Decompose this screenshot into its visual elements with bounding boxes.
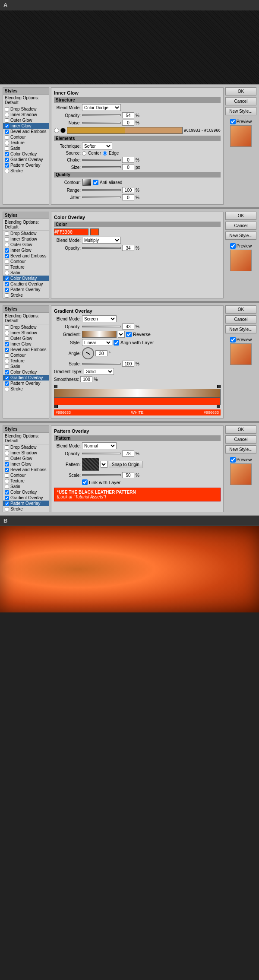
contour-checkbox-2[interactable] [5, 260, 9, 264]
blend-mode-select[interactable]: Color Dodge [82, 104, 121, 111]
s4-color-overlay[interactable]: Color Overlay [3, 489, 49, 495]
new-style-button-1[interactable]: New Style... [225, 107, 256, 115]
s4-inner-glow-cb[interactable] [5, 462, 9, 466]
ok-button-2[interactable]: OK [225, 212, 256, 220]
new-style-button-4[interactable]: New Style... [225, 445, 256, 454]
preview-checkbox-2[interactable] [230, 243, 236, 249]
s4-stroke-cb[interactable] [5, 507, 9, 511]
sidebar-item-gradient-overlay-2[interactable]: Gradient Overlay [3, 281, 49, 287]
satin-checkbox-1[interactable] [5, 146, 9, 151]
color-orange-swatch[interactable] [90, 228, 99, 235]
s4-texture-cb[interactable] [5, 479, 9, 483]
s4-bevel-cb[interactable] [5, 468, 9, 472]
texture-checkbox-2[interactable] [5, 265, 9, 270]
inner-shadow-checkbox-1[interactable] [5, 113, 9, 117]
co-blend-mode-select[interactable]: Multiply [82, 237, 121, 244]
s3-texture[interactable]: Texture [3, 358, 49, 364]
po-opacity-input[interactable] [122, 450, 134, 457]
drop-shadow-checkbox-1[interactable] [5, 107, 9, 111]
align-layer-checkbox[interactable] [114, 340, 119, 346]
sidebar-item-drop-shadow-2[interactable]: Drop Shadow [3, 231, 49, 236]
s4-pattern-cb[interactable] [5, 501, 9, 506]
s3-stroke-cb[interactable] [5, 387, 9, 391]
s4-contour-cb[interactable] [5, 473, 9, 478]
po-opacity-slider[interactable] [82, 453, 121, 454]
pattern-overlay-checkbox-1[interactable] [5, 163, 9, 168]
s3-contour[interactable]: Contour [3, 352, 49, 358]
anti-alias-checkbox[interactable] [93, 180, 98, 185]
sidebar-item-inner-shadow-2[interactable]: Inner Shadow [3, 236, 49, 242]
s4-satin[interactable]: Satin [3, 484, 49, 489]
s3-color-overlay[interactable]: Color Overlay [3, 369, 49, 375]
go-scale-input[interactable] [122, 361, 134, 367]
s4-inner-shadow[interactable]: Inner Shadow [3, 450, 49, 456]
technique-select[interactable]: Softer [82, 143, 112, 149]
gradient-dropdown[interactable] [118, 331, 125, 338]
noise-input[interactable] [122, 120, 134, 126]
choke-input[interactable] [122, 157, 134, 163]
s3-satin-cb[interactable] [5, 365, 9, 369]
angle-circle[interactable] [82, 347, 94, 359]
bevel-emboss-checkbox-2[interactable] [5, 254, 9, 258]
co-opacity-slider[interactable] [82, 247, 121, 249]
go-blend-select[interactable]: Screen [82, 315, 117, 322]
s3-contour-cb[interactable] [5, 353, 9, 358]
sidebar-item-drop-shadow-1[interactable]: Drop Shadow [3, 106, 49, 112]
sidebar-item-satin-1[interactable]: Satin [3, 146, 49, 151]
sidebar-item-bevel-emboss-1[interactable]: Bevel and Emboss [3, 129, 49, 134]
size-input[interactable] [122, 164, 134, 170]
s3-texture-cb[interactable] [5, 359, 9, 363]
range-input[interactable] [122, 187, 134, 193]
sidebar-item-outer-glow-2[interactable]: Outer Glow [3, 242, 49, 247]
sidebar-item-contour-1[interactable]: Contour [3, 134, 49, 140]
preview-checkbox-4[interactable] [230, 457, 236, 463]
contour-checkbox-1[interactable] [5, 135, 9, 140]
s4-gradient-overlay[interactable]: Gradient Overlay [3, 495, 49, 501]
s4-outer-glow-cb[interactable] [5, 457, 9, 461]
black-dot[interactable] [60, 128, 66, 133]
gradient-main-bar[interactable] [54, 389, 221, 397]
sidebar-item-stroke-1[interactable]: Stroke [3, 168, 49, 174]
cancel-button-2[interactable]: Cancel [225, 222, 256, 230]
s4-inner-shadow-cb[interactable] [5, 451, 9, 455]
inner-shadow-checkbox-2[interactable] [5, 237, 9, 241]
sidebar-item-texture-1[interactable]: Texture [3, 140, 49, 146]
s3-gradient-overlay[interactable]: Gradient Overlay [3, 375, 49, 381]
preview-checkbox-1[interactable] [230, 119, 236, 124]
s3-outer-glow[interactable]: Outer Glow [3, 336, 49, 341]
smoothness-input[interactable] [80, 376, 92, 382]
inner-glow-checkbox-2[interactable] [5, 248, 9, 253]
go-opacity-slider[interactable] [82, 326, 121, 327]
co-opacity-input[interactable] [122, 245, 134, 251]
color-overlay-checkbox-1[interactable] [5, 152, 9, 156]
s3-stroke[interactable]: Stroke [3, 386, 49, 392]
blend-options-label-4[interactable]: Blending Options: Default [3, 433, 49, 444]
s3-bevel-cb[interactable] [5, 348, 9, 352]
pattern-swatch-display[interactable] [82, 458, 99, 471]
ok-button-4[interactable]: OK [225, 425, 256, 434]
ok-button-1[interactable]: OK [225, 87, 256, 95]
s4-drop-shadow-cb[interactable] [5, 445, 9, 450]
go-opacity-input[interactable] [122, 323, 134, 330]
white-dot[interactable] [54, 128, 59, 133]
gradient-type-select[interactable]: Solid [84, 368, 114, 375]
sidebar-item-color-overlay-1[interactable]: Color Overlay [3, 151, 49, 157]
ok-button-3[interactable]: OK [225, 305, 256, 314]
sidebar-item-stroke-2[interactable]: Stroke [3, 292, 49, 298]
opacity-input[interactable] [122, 112, 134, 118]
s4-texture[interactable]: Texture [3, 478, 49, 484]
sidebar-item-color-overlay-2[interactable]: Color Overlay [3, 276, 49, 281]
s4-bevel-emboss[interactable]: Bevel and Emboss [3, 467, 49, 473]
handle-left-bottom[interactable] [54, 405, 58, 408]
s4-pattern-overlay[interactable]: Pattern Overlay [3, 501, 49, 506]
sidebar-item-pattern-overlay-1[interactable]: Pattern Overlay [3, 162, 49, 168]
sidebar-item-bevel-emboss-2[interactable]: Bevel and Emboss [3, 253, 49, 259]
reverse-checkbox[interactable] [126, 332, 132, 337]
texture-checkbox-1[interactable] [5, 141, 9, 145]
s3-bevel-emboss[interactable]: Bevel and Emboss [3, 347, 49, 352]
po-blend-select[interactable]: Normal [82, 442, 117, 449]
outer-glow-checkbox-2[interactable] [5, 243, 9, 247]
sidebar-item-contour-2[interactable]: Contour [3, 259, 49, 264]
pattern-select[interactable] [101, 461, 107, 468]
range-slider[interactable] [82, 189, 121, 191]
